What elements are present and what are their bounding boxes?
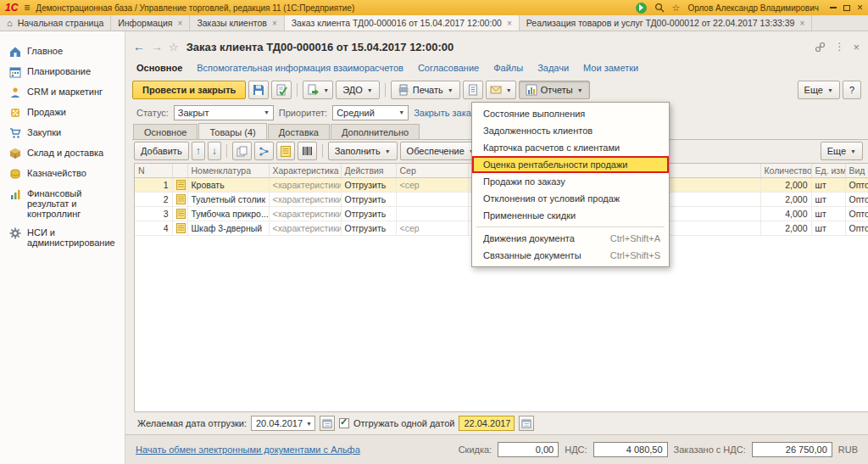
close-order-link[interactable]: Закрыть заказ — [414, 108, 476, 118]
col-n[interactable]: N — [135, 164, 172, 177]
grid-more-button[interactable]: Еще ▼ — [821, 142, 863, 160]
tab-customer-orders[interactable]: Заказы клиентов × — [190, 15, 284, 31]
tab-close-icon[interactable]: × — [272, 19, 277, 28]
tab-goods-sale-document[interactable]: Реализация товаров и услуг ТД00-000012 о… — [520, 15, 812, 31]
structure-button[interactable] — [254, 142, 274, 160]
sidebar-item-sales[interactable]: Продажи — [0, 103, 125, 123]
menu-item-sales-by-order[interactable]: Продажи по заказу — [472, 173, 669, 190]
cell-series[interactable]: <сер — [396, 221, 468, 235]
navlink-main[interactable]: Основное — [136, 63, 182, 75]
sidebar-item-treasury[interactable]: Казначейство — [0, 164, 125, 184]
menu-item-sale-profitability[interactable]: Оценка рентабельности продажи — [472, 156, 669, 173]
navlink-files[interactable]: Файлы — [493, 63, 523, 75]
col-row-icon[interactable] — [172, 164, 187, 177]
cell-price-type[interactable]: Оптова — [845, 177, 868, 192]
menu-item-applied-discounts[interactable]: Примененные скидки — [472, 207, 669, 224]
sidebar-item-administration[interactable]: НСИ и администрирование — [0, 223, 125, 252]
menu-item-customer-debt[interactable]: Задолженность клиентов — [472, 122, 669, 139]
cell-price-type[interactable]: Оптова — [845, 206, 868, 221]
tab-customer-order-document[interactable]: Заказ клиента ТД00-000016 от 15.04.2017 … — [285, 15, 520, 31]
print-button[interactable]: Печать ▼ — [391, 81, 460, 99]
fill-button[interactable]: Заполнить ▼ — [328, 142, 398, 160]
sidebar-item-purchases[interactable]: Закупки — [0, 123, 125, 143]
discount-value-field[interactable]: 0,00 — [498, 442, 559, 457]
help-button[interactable]: ? — [843, 81, 861, 99]
back-icon[interactable]: ← — [133, 41, 145, 53]
cell-price-type[interactable]: Оптова — [845, 221, 868, 235]
create-based-on-button[interactable]: ▼ — [303, 81, 333, 99]
supply-button[interactable]: Обеспечение ▼ — [400, 142, 481, 160]
menu-item-related-documents[interactable]: Связанные документы Ctrl+Shift+S — [472, 247, 669, 264]
status-select[interactable]: Закрыт ▼ — [174, 105, 274, 120]
col-unit[interactable]: Ед. изм. — [811, 164, 845, 177]
reports-button[interactable]: Отчеты ▼ — [519, 81, 590, 99]
tab-home[interactable]: ⌂ Начальная страница — [0, 15, 111, 31]
link-icon[interactable] — [815, 42, 826, 53]
discussions-icon[interactable] — [636, 3, 647, 14]
cell-unit[interactable]: шт — [811, 206, 845, 221]
cell-price-type[interactable]: Оптова — [845, 192, 868, 206]
cell-nomenclature[interactable]: Тумбочка прикро... — [187, 206, 269, 221]
post-and-close-button[interactable]: Провести и закрыть — [132, 81, 246, 99]
shipment-date-calendar-button[interactable] — [320, 416, 335, 431]
cell-icon[interactable] — [172, 206, 187, 221]
goods-card-button[interactable] — [276, 142, 295, 160]
cell-action[interactable]: Отгрузить — [341, 206, 396, 221]
cell-action[interactable]: Отгрузить — [341, 221, 396, 235]
minimize-icon[interactable] — [830, 7, 837, 8]
cell-quantity[interactable]: 2,000 — [760, 221, 811, 235]
cell-characteristic[interactable]: <характеристики — [269, 221, 341, 235]
sidebar-item-crm-marketing[interactable]: CRM и маркетинг — [0, 82, 125, 103]
col-price-type[interactable]: Вид цен — [845, 164, 868, 177]
move-row-up-button[interactable]: ↑ — [192, 142, 205, 160]
document-card-button[interactable] — [463, 81, 483, 99]
edi-exchange-link[interactable]: Начать обмен электронными документами с … — [136, 444, 360, 455]
tab-main-page[interactable]: Основное — [133, 124, 198, 140]
more-vertical-icon[interactable]: ⋮ — [834, 41, 844, 53]
maximize-icon[interactable] — [843, 5, 850, 11]
menu-item-sales-terms-deviations[interactable]: Отклонения от условий продаж — [472, 190, 669, 207]
col-actions[interactable]: Действия — [341, 164, 396, 177]
tab-close-icon[interactable]: × — [178, 19, 183, 28]
window-close-icon[interactable]: × — [857, 3, 863, 13]
form-close-icon[interactable]: × — [853, 41, 860, 53]
single-date-field[interactable]: 22.04.2017 — [459, 416, 514, 431]
priority-select[interactable]: Средний ▼ — [332, 105, 409, 120]
cell-unit[interactable]: шт — [811, 192, 845, 206]
total-value-field[interactable]: 26 750,00 — [752, 442, 832, 457]
cell-quantity[interactable]: 2,000 — [760, 177, 811, 192]
navlink-settlements-info[interactable]: Вспомогательная информация взаиморасчето… — [197, 63, 403, 75]
send-email-button[interactable]: ▼ — [486, 81, 516, 99]
forward-icon[interactable]: → — [151, 41, 163, 53]
navlink-notes[interactable]: Мои заметки — [583, 63, 638, 75]
cell-icon[interactable] — [172, 177, 187, 192]
more-button[interactable]: Еще ▼ — [798, 81, 840, 99]
sidebar-item-planning[interactable]: Планирование — [0, 62, 125, 82]
post-document-button[interactable] — [271, 81, 292, 99]
single-date-calendar-button[interactable] — [519, 416, 534, 431]
cell-icon[interactable] — [172, 192, 187, 206]
navlink-tasks[interactable]: Задачи — [537, 63, 569, 75]
copy-row-button[interactable] — [232, 142, 252, 160]
cell-nomenclature[interactable]: Кровать — [187, 177, 269, 192]
shipment-date-field[interactable]: 20.04.2017 ▼ — [251, 416, 315, 431]
cell-series[interactable] — [396, 206, 468, 221]
cell-action[interactable]: Отгрузить — [341, 177, 396, 192]
favorites-icon[interactable]: ☆ — [672, 3, 681, 14]
move-row-down-button[interactable]: ↓ — [208, 142, 221, 160]
col-quantity[interactable]: Количество — [760, 164, 811, 177]
menu-item-execution-state[interactable]: Состояние выполнения — [472, 105, 669, 122]
sidebar-item-main[interactable]: Главное — [0, 42, 125, 62]
cell-icon[interactable] — [172, 221, 187, 235]
cell-characteristic[interactable]: <характеристики> — [269, 206, 341, 221]
cell-n[interactable]: 2 — [135, 192, 172, 206]
search-icon[interactable] — [654, 3, 665, 13]
cell-characteristic[interactable]: <характеристики — [269, 177, 341, 192]
cell-n[interactable]: 1 — [135, 177, 172, 192]
navlink-approval[interactable]: Согласование — [418, 63, 479, 75]
edo-button[interactable]: ЭДО ▼ — [336, 81, 379, 99]
cell-series[interactable]: <сер — [396, 177, 468, 192]
sidebar-item-warehouse-delivery[interactable]: Склад и доставка — [0, 143, 125, 164]
tab-additional[interactable]: Дополнительно — [331, 124, 420, 140]
cell-n[interactable]: 4 — [135, 221, 172, 235]
